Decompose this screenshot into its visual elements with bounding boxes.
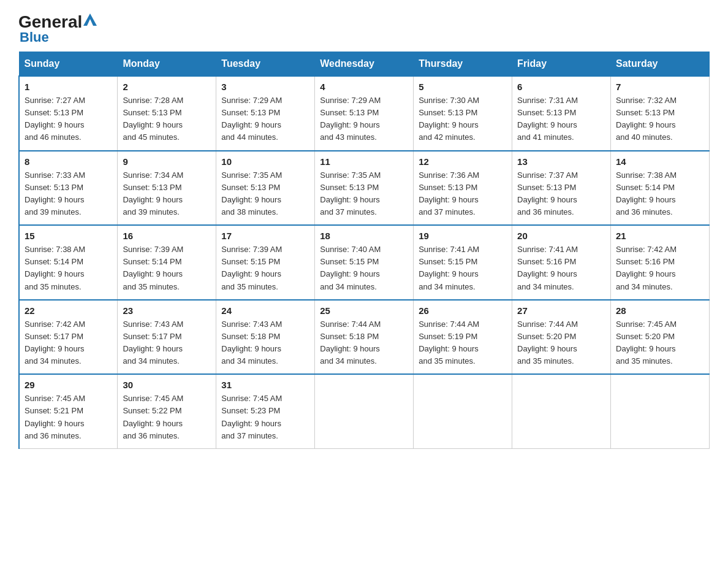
day-info: Sunrise: 7:40 AMSunset: 5:15 PMDaylight:… (320, 243, 408, 293)
calendar-day-empty (512, 374, 611, 448)
day-info: Sunrise: 7:37 AMSunset: 5:13 PMDaylight:… (517, 169, 605, 219)
calendar-day-21: 21Sunrise: 7:42 AMSunset: 5:16 PMDayligh… (611, 225, 710, 300)
calendar-day-28: 28Sunrise: 7:45 AMSunset: 5:20 PMDayligh… (611, 300, 710, 375)
weekday-header-monday: Monday (118, 52, 216, 77)
calendar-day-27: 27Sunrise: 7:44 AMSunset: 5:20 PMDayligh… (512, 300, 611, 375)
day-info: Sunrise: 7:39 AMSunset: 5:15 PMDaylight:… (221, 243, 309, 293)
calendar-day-2: 2Sunrise: 7:28 AMSunset: 5:13 PMDaylight… (118, 76, 216, 151)
calendar-week-row-2: 8Sunrise: 7:33 AMSunset: 5:13 PMDaylight… (19, 151, 710, 226)
day-info: Sunrise: 7:33 AMSunset: 5:13 PMDaylight:… (25, 169, 112, 219)
day-number: 21 (616, 231, 704, 241)
calendar-day-5: 5Sunrise: 7:30 AMSunset: 5:13 PMDaylight… (414, 76, 512, 151)
calendar-day-13: 13Sunrise: 7:37 AMSunset: 5:13 PMDayligh… (512, 151, 611, 226)
calendar-day-6: 6Sunrise: 7:31 AMSunset: 5:13 PMDaylight… (512, 76, 611, 151)
day-number: 4 (320, 82, 408, 92)
day-info: Sunrise: 7:36 AMSunset: 5:13 PMDaylight:… (419, 169, 507, 219)
day-info: Sunrise: 7:32 AMSunset: 5:13 PMDaylight:… (616, 94, 704, 144)
calendar-day-31: 31Sunrise: 7:45 AMSunset: 5:23 PMDayligh… (216, 374, 315, 448)
day-number: 17 (221, 231, 309, 241)
day-info: Sunrise: 7:42 AMSunset: 5:17 PMDaylight:… (25, 318, 112, 368)
calendar-week-row-4: 22Sunrise: 7:42 AMSunset: 5:17 PMDayligh… (19, 300, 710, 375)
day-info: Sunrise: 7:29 AMSunset: 5:13 PMDaylight:… (320, 94, 408, 144)
day-number: 29 (25, 380, 112, 390)
day-info: Sunrise: 7:45 AMSunset: 5:23 PMDaylight:… (221, 393, 309, 442)
day-info: Sunrise: 7:31 AMSunset: 5:13 PMDaylight:… (517, 94, 605, 144)
day-info: Sunrise: 7:30 AMSunset: 5:13 PMDaylight:… (419, 94, 507, 144)
day-number: 2 (123, 82, 211, 92)
day-info: Sunrise: 7:45 AMSunset: 5:22 PMDaylight:… (123, 393, 211, 442)
day-number: 11 (320, 156, 408, 167)
day-number: 25 (320, 305, 408, 316)
logo: General Blue (18, 12, 97, 45)
calendar-day-15: 15Sunrise: 7:38 AMSunset: 5:14 PMDayligh… (19, 225, 118, 300)
calendar-day-8: 8Sunrise: 7:33 AMSunset: 5:13 PMDaylight… (19, 151, 118, 226)
calendar-day-14: 14Sunrise: 7:38 AMSunset: 5:14 PMDayligh… (611, 151, 710, 226)
day-number: 8 (25, 156, 112, 167)
calendar-week-row-1: 1Sunrise: 7:27 AMSunset: 5:13 PMDaylight… (19, 76, 710, 151)
day-number: 26 (419, 305, 507, 316)
day-number: 24 (221, 305, 309, 316)
weekday-header-saturday: Saturday (611, 52, 710, 77)
day-info: Sunrise: 7:43 AMSunset: 5:17 PMDaylight:… (123, 318, 211, 368)
logo-triangle-icon (83, 13, 97, 26)
weekday-header-sunday: Sunday (19, 52, 118, 77)
calendar-day-24: 24Sunrise: 7:43 AMSunset: 5:18 PMDayligh… (216, 300, 315, 375)
day-number: 1 (25, 82, 112, 92)
day-number: 7 (616, 82, 704, 92)
calendar-day-16: 16Sunrise: 7:39 AMSunset: 5:14 PMDayligh… (118, 225, 216, 300)
day-number: 5 (419, 82, 507, 92)
day-info: Sunrise: 7:44 AMSunset: 5:20 PMDaylight:… (517, 318, 605, 368)
calendar-day-23: 23Sunrise: 7:43 AMSunset: 5:17 PMDayligh… (118, 300, 216, 375)
day-number: 31 (221, 380, 309, 390)
day-number: 12 (419, 156, 507, 167)
calendar-day-1: 1Sunrise: 7:27 AMSunset: 5:13 PMDaylight… (19, 76, 118, 151)
page-header: General Blue (18, 12, 710, 45)
day-number: 16 (123, 231, 211, 241)
day-number: 23 (123, 305, 211, 316)
day-info: Sunrise: 7:45 AMSunset: 5:21 PMDaylight:… (25, 393, 112, 442)
calendar-day-19: 19Sunrise: 7:41 AMSunset: 5:15 PMDayligh… (414, 225, 512, 300)
day-number: 22 (25, 305, 112, 316)
day-number: 18 (320, 231, 408, 241)
calendar-day-18: 18Sunrise: 7:40 AMSunset: 5:15 PMDayligh… (315, 225, 414, 300)
calendar-day-20: 20Sunrise: 7:41 AMSunset: 5:16 PMDayligh… (512, 225, 611, 300)
calendar-day-4: 4Sunrise: 7:29 AMSunset: 5:13 PMDaylight… (315, 76, 414, 151)
day-info: Sunrise: 7:29 AMSunset: 5:13 PMDaylight:… (221, 94, 309, 144)
day-info: Sunrise: 7:28 AMSunset: 5:13 PMDaylight:… (123, 94, 211, 144)
day-info: Sunrise: 7:41 AMSunset: 5:16 PMDaylight:… (517, 243, 605, 293)
day-info: Sunrise: 7:45 AMSunset: 5:20 PMDaylight:… (616, 318, 704, 368)
calendar-day-11: 11Sunrise: 7:35 AMSunset: 5:13 PMDayligh… (315, 151, 414, 226)
calendar-table: SundayMondayTuesdayWednesdayThursdayFrid… (18, 52, 710, 449)
calendar-day-7: 7Sunrise: 7:32 AMSunset: 5:13 PMDaylight… (611, 76, 710, 151)
day-number: 19 (419, 231, 507, 241)
calendar-day-empty (414, 374, 512, 448)
weekday-header-wednesday: Wednesday (315, 52, 414, 77)
calendar-day-29: 29Sunrise: 7:45 AMSunset: 5:21 PMDayligh… (19, 374, 118, 448)
calendar-day-30: 30Sunrise: 7:45 AMSunset: 5:22 PMDayligh… (118, 374, 216, 448)
calendar-day-9: 9Sunrise: 7:34 AMSunset: 5:13 PMDaylight… (118, 151, 216, 226)
weekday-header-tuesday: Tuesday (216, 52, 315, 77)
day-number: 15 (25, 231, 112, 241)
calendar-day-empty (315, 374, 414, 448)
calendar-day-25: 25Sunrise: 7:44 AMSunset: 5:18 PMDayligh… (315, 300, 414, 375)
calendar-day-empty (611, 374, 710, 448)
calendar-day-17: 17Sunrise: 7:39 AMSunset: 5:15 PMDayligh… (216, 225, 315, 300)
day-number: 20 (517, 231, 605, 241)
day-info: Sunrise: 7:44 AMSunset: 5:19 PMDaylight:… (419, 318, 507, 368)
day-number: 9 (123, 156, 211, 167)
day-number: 27 (517, 305, 605, 316)
weekday-header-thursday: Thursday (414, 52, 512, 77)
day-info: Sunrise: 7:38 AMSunset: 5:14 PMDaylight:… (25, 243, 112, 293)
day-info: Sunrise: 7:42 AMSunset: 5:16 PMDaylight:… (616, 243, 704, 293)
day-number: 14 (616, 156, 704, 167)
day-number: 10 (221, 156, 309, 167)
day-number: 28 (616, 305, 704, 316)
day-info: Sunrise: 7:38 AMSunset: 5:14 PMDaylight:… (616, 169, 704, 219)
day-info: Sunrise: 7:44 AMSunset: 5:18 PMDaylight:… (320, 318, 408, 368)
calendar-day-22: 22Sunrise: 7:42 AMSunset: 5:17 PMDayligh… (19, 300, 118, 375)
day-number: 6 (517, 82, 605, 92)
day-info: Sunrise: 7:27 AMSunset: 5:13 PMDaylight:… (25, 94, 112, 144)
weekday-header-row: SundayMondayTuesdayWednesdayThursdayFrid… (19, 52, 710, 77)
day-info: Sunrise: 7:43 AMSunset: 5:18 PMDaylight:… (221, 318, 309, 368)
calendar-week-row-3: 15Sunrise: 7:38 AMSunset: 5:14 PMDayligh… (19, 225, 710, 300)
